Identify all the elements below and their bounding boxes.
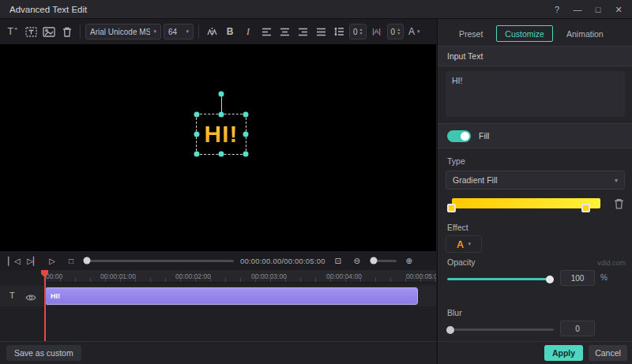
font-family-select[interactable]: Arial Unicode MS ▾ — [85, 24, 161, 39]
delete-gradient-stop-button[interactable] — [614, 198, 624, 212]
align-center-button[interactable] — [276, 23, 292, 40]
align-right-icon — [298, 28, 308, 36]
tab-preset[interactable]: Preset — [450, 25, 491, 42]
panel-tabs: Preset Customize Animation — [450, 25, 612, 42]
text-clip[interactable]: HI! — [45, 287, 418, 305]
apply-button[interactable]: Apply — [544, 345, 583, 361]
progress-knob[interactable] — [84, 257, 91, 265]
tab-animation[interactable]: Animation — [558, 25, 612, 42]
toggle-knob — [461, 132, 469, 141]
italic-button[interactable]: I — [240, 23, 256, 40]
zoom-in-button[interactable]: ⊕ — [403, 257, 416, 265]
chevron-down-icon: ▾ — [186, 28, 189, 35]
fill-type-value: Gradient Fill — [453, 175, 498, 185]
resize-handle-se[interactable] — [243, 152, 249, 157]
align-left-button[interactable] — [258, 23, 274, 40]
blur-value-box[interactable]: 0 — [560, 321, 595, 336]
align-right-button[interactable] — [295, 23, 310, 40]
resize-handle-ne[interactable] — [243, 112, 249, 118]
letter-spacing-stepper[interactable]: 0 ▴▾ — [387, 24, 404, 39]
fill-toggle[interactable] — [447, 130, 471, 142]
resize-handle-nw[interactable] — [194, 112, 200, 118]
zoom-out-button[interactable]: ⊖ — [351, 257, 363, 265]
opacity-knob[interactable] — [546, 276, 554, 283]
align-justify-button[interactable] — [313, 23, 329, 40]
text-toolbar: T+ Arial — [0, 19, 436, 44]
opacity-slider[interactable] — [447, 278, 554, 280]
image-icon — [43, 27, 55, 37]
text-selection-box[interactable]: HI! — [196, 114, 246, 155]
resize-handle-s[interactable] — [219, 152, 224, 157]
plus-icon: + — [14, 25, 18, 32]
resize-handle-n[interactable] — [219, 112, 224, 118]
close-icon[interactable]: ✕ — [610, 5, 627, 15]
cancel-button[interactable]: Cancel — [589, 345, 627, 361]
ruler-label: 00:00:04:00 — [326, 272, 362, 280]
trash-icon — [62, 27, 72, 37]
left-footer: Save as custom — [0, 341, 436, 364]
input-text-area[interactable]: HI! — [446, 71, 625, 117]
help-icon[interactable]: ? — [548, 5, 566, 14]
canvas-text[interactable]: HI! — [197, 114, 246, 154]
play-button[interactable]: ▷ — [46, 257, 58, 265]
ruler-label: 00:00:02:00 — [175, 272, 211, 280]
spin-down-icon[interactable]: ▾ — [397, 32, 400, 36]
blur-label: Blur — [447, 308, 462, 317]
maximize-icon[interactable]: □ — [589, 5, 607, 14]
chevron-down-icon: ▾ — [153, 28, 156, 35]
fill-type-select[interactable]: Gradient Fill ▾ — [446, 171, 625, 190]
effect-label: Effect — [447, 223, 468, 232]
text-track: T HI! — [0, 286, 436, 306]
ruler-label: 00:00:01:00 — [100, 272, 136, 280]
tab-customize[interactable]: Customize — [496, 25, 553, 42]
resize-handle-e[interactable] — [243, 132, 249, 137]
input-text-header-label: Input Text — [447, 51, 483, 61]
resize-handle-sw[interactable] — [194, 152, 200, 157]
zoom-knob[interactable] — [370, 257, 377, 265]
visibility-eye-icon[interactable] — [25, 291, 36, 306]
editor-pane: T+ Arial — [0, 19, 436, 364]
blur-slider[interactable] — [447, 328, 554, 331]
insert-image-button[interactable] — [41, 23, 57, 40]
opacity-label: Opacity — [447, 257, 476, 267]
line-spacing-button[interactable] — [331, 23, 347, 40]
font-size-select[interactable]: 64 ▾ — [164, 24, 194, 39]
toolbar-divider — [198, 24, 199, 39]
advanced-text-edit-window: Advanced Text Edit ? — □ ✕ T+ — [0, 0, 632, 364]
gradient-stop-left[interactable] — [447, 204, 456, 212]
stop-button[interactable]: □ — [65, 257, 77, 265]
blur-knob[interactable] — [446, 326, 454, 334]
kerning-button[interactable] — [204, 23, 220, 40]
save-as-custom-button[interactable]: Save as custom — [6, 345, 81, 361]
text-template-button[interactable] — [23, 23, 39, 40]
stepper-arrows[interactable]: ▴▾ — [360, 28, 363, 36]
minimize-icon[interactable]: — — [569, 5, 586, 14]
opacity-value-box[interactable]: 100 — [560, 270, 595, 286]
stepper-arrows[interactable]: ▴▾ — [397, 28, 400, 36]
rotate-handle[interactable] — [219, 92, 224, 97]
timeline[interactable]: 00:00 00:00:01:00 00:00:02:00 00:00:03:0… — [0, 270, 436, 341]
effect-select[interactable]: A ▾ — [446, 235, 482, 253]
delete-button[interactable] — [59, 23, 75, 40]
letter-spacing-value: 0 — [391, 28, 396, 36]
preview-canvas[interactable]: HI! — [0, 44, 436, 251]
gradient-preview-bar[interactable] — [452, 198, 600, 208]
gradient-stop-right[interactable] — [581, 204, 590, 212]
bold-button[interactable]: B — [222, 23, 238, 40]
input-text-header: Input Text — [438, 46, 632, 66]
letter-spacing-button[interactable]: |A| — [369, 23, 385, 40]
resize-handle-w[interactable] — [194, 132, 200, 137]
text-transform-button[interactable]: A ▾ — [406, 23, 422, 40]
spin-down-icon[interactable]: ▾ — [360, 32, 363, 36]
line-spacing-icon — [334, 27, 344, 36]
playhead[interactable] — [44, 270, 46, 341]
previous-frame-button[interactable]: ▏◁ — [8, 257, 21, 265]
line-spacing-stepper[interactable]: 0 ▴▾ — [349, 24, 367, 39]
fit-to-window-button[interactable]: ⊡ — [332, 257, 344, 265]
next-frame-button[interactable]: ▷▏ — [27, 257, 40, 265]
playback-progress-slider[interactable] — [84, 260, 234, 262]
zoom-slider[interactable] — [370, 260, 397, 262]
add-text-button[interactable]: T+ — [5, 23, 21, 40]
ruler-label: 00:00:03:00 — [251, 272, 287, 280]
effect-style-icon: A — [457, 238, 464, 250]
